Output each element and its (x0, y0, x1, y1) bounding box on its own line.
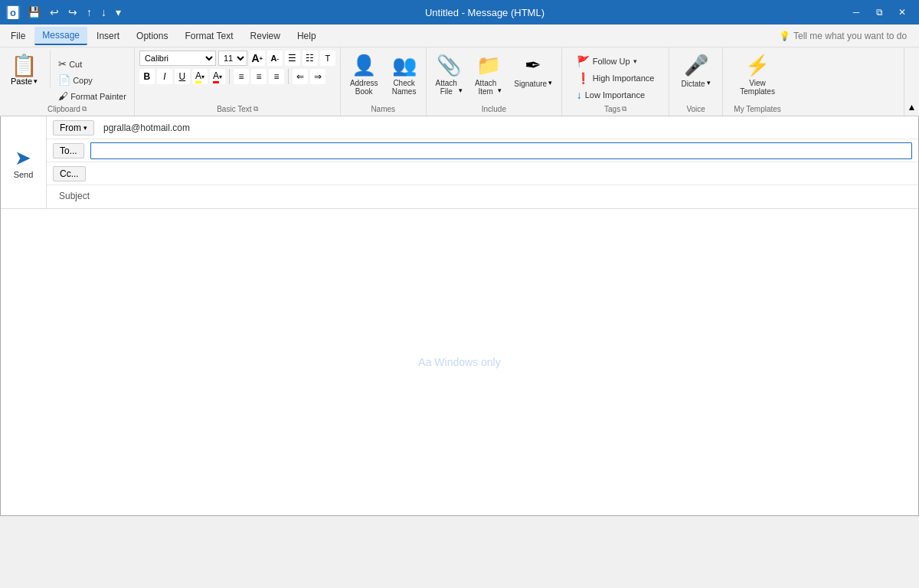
clear-formatting-button[interactable]: T (320, 51, 335, 66)
voice-group: 🎤 Dictate ▾ Voice (669, 47, 723, 116)
include-group-label: Include (431, 103, 558, 116)
highlight-color-button[interactable]: A ▾ (192, 69, 208, 84)
cc-row: Cc... (47, 162, 918, 185)
save-icon[interactable]: 💾 (25, 5, 44, 20)
divider2 (288, 69, 289, 84)
font-color-button[interactable]: A ▾ (210, 69, 225, 84)
follow-up-button[interactable]: 🚩 Follow Up ▾ (572, 54, 642, 69)
my-templates-group: ⚡ ViewTemplates My Templates (723, 47, 792, 116)
signature-button[interactable]: ✒ Signature ▾ (509, 51, 557, 91)
send-column: ➤ Send (1, 116, 47, 208)
search-input[interactable] (793, 31, 916, 41)
compose-header: ➤ Send From ▾ pgralla@hotmail.com (1, 116, 918, 209)
menu-options[interactable]: Options (129, 28, 175, 44)
follow-up-dropdown-icon[interactable]: ▾ (633, 57, 637, 65)
voice-group-label: Voice (674, 103, 718, 116)
attach-item-dropdown-icon[interactable]: ▾ (498, 87, 502, 94)
compose-container: ➤ Send From ▾ pgralla@hotmail.com (0, 116, 919, 516)
send-label: Send (14, 170, 34, 179)
tags-expand-icon[interactable]: ⧉ (622, 105, 626, 113)
menu-format-text[interactable]: Format Text (177, 28, 240, 44)
templates-icon: ⚡ (745, 54, 770, 77)
font-color-dropdown-icon[interactable]: ▾ (219, 74, 222, 80)
font-size-select[interactable]: 11 (218, 51, 247, 66)
subject-label: Subject (47, 189, 96, 203)
redo-icon[interactable]: ↪ (65, 5, 80, 20)
names-group: 👤 AddressBook 👥 CheckNames Names (341, 47, 427, 116)
cc-input[interactable] (92, 167, 918, 181)
basic-text-group: Calibri 11 A+ A- ☰ ☷ T B I U A ▾ (135, 47, 341, 116)
down-arrow-icon[interactable]: ↓ (98, 5, 110, 20)
menu-file[interactable]: File (3, 28, 33, 44)
window-title: Untitled - Message (HTML) (124, 7, 845, 18)
body-watermark: Aa Windows only (418, 356, 500, 368)
attach-file-button[interactable]: 📎 AttachFile ▾ (431, 51, 467, 99)
check-names-button[interactable]: 👥 CheckNames (388, 51, 421, 99)
align-right-button[interactable]: ≡ (269, 69, 284, 84)
compose-fields: From ▾ pgralla@hotmail.com To... (47, 116, 918, 208)
format-painter-button[interactable]: 🖌 Format Painter (55, 89, 129, 103)
align-center-button[interactable]: ≡ (251, 69, 267, 84)
cut-button[interactable]: ✂ Cut (55, 57, 129, 71)
paste-button[interactable]: 📋 Paste ▾ (5, 54, 44, 87)
minimize-button[interactable]: ─ (845, 2, 867, 23)
low-importance-button[interactable]: ↓ Low Importance (572, 87, 649, 103)
ribbon-collapse-button[interactable]: ▲ (904, 47, 919, 116)
cc-button[interactable]: Cc... (53, 166, 86, 181)
restore-button[interactable]: ⧉ (868, 2, 890, 23)
tags-group: 🚩 Follow Up ▾ ❗ High Importance ↓ Low Im… (562, 47, 669, 116)
attach-file-dropdown-icon[interactable]: ▾ (459, 87, 463, 94)
ribbon: 📋 Paste ▾ ✂ Cut 📄 Copy 🖌 (0, 47, 919, 116)
bullet-list-button[interactable]: ☰ (285, 51, 300, 66)
attach-file-icon: 📎 (437, 54, 461, 77)
paste-icon: 📋 (11, 55, 38, 77)
address-book-button[interactable]: 👤 AddressBook (345, 51, 383, 99)
high-importance-button[interactable]: ❗ High Importance (572, 70, 659, 86)
align-left-button[interactable]: ≡ (234, 69, 249, 84)
view-templates-button[interactable]: ⚡ ViewTemplates (735, 51, 780, 99)
grow-font-button[interactable]: A+ (250, 51, 265, 66)
underline-button[interactable]: U (175, 69, 190, 84)
menu-message[interactable]: Message (34, 27, 87, 45)
formatting-row: B I U A ▾ A ▾ ≡ ≡ ≡ ⇐ ⇒ (139, 69, 325, 84)
from-dropdown-icon[interactable]: ▾ (83, 124, 87, 132)
close-button[interactable]: ✕ (891, 2, 913, 23)
menu-insert[interactable]: Insert (89, 28, 127, 44)
send-button[interactable]: ➤ Send (8, 140, 40, 185)
to-button[interactable]: To... (53, 143, 84, 158)
to-row: To... (47, 139, 918, 162)
highlight-dropdown-icon[interactable]: ▾ (201, 74, 204, 80)
subject-input[interactable] (96, 189, 918, 203)
check-names-icon: 👥 (392, 54, 417, 77)
italic-button[interactable]: I (157, 69, 172, 84)
menu-review[interactable]: Review (243, 28, 288, 44)
attach-item-button[interactable]: 📁 AttachItem ▾ (470, 51, 506, 99)
basic-text-expand-icon[interactable]: ⧉ (253, 105, 258, 113)
compose-body[interactable]: Aa Windows only (1, 209, 918, 515)
ribbon-spacer (792, 47, 904, 116)
names-group-label: Names (345, 103, 421, 116)
from-button[interactable]: From ▾ (53, 120, 94, 136)
numbered-list-button[interactable]: ☷ (303, 51, 318, 66)
increase-indent-button[interactable]: ⇒ (310, 69, 325, 84)
title-bar: o 💾 ↩ ↪ ↑ ↓ ▾ Untitled - Message (HTML) … (0, 0, 919, 24)
copy-button[interactable]: 📄 Copy (55, 73, 129, 87)
up-arrow-icon[interactable]: ↑ (83, 5, 95, 20)
dictate-button[interactable]: 🎤 Dictate ▾ (677, 51, 715, 91)
clipboard-expand-icon[interactable]: ⧉ (82, 105, 87, 113)
undo-icon[interactable]: ↩ (47, 5, 62, 20)
dictate-dropdown-icon[interactable]: ▾ (707, 79, 711, 87)
quick-access-toolbar: 💾 ↩ ↪ ↑ ↓ ▾ (25, 5, 124, 20)
subject-row: Subject (47, 185, 918, 207)
shrink-font-button[interactable]: A- (267, 51, 283, 66)
font-family-select[interactable]: Calibri (139, 51, 216, 66)
bold-button[interactable]: B (139, 69, 155, 84)
paste-dropdown-icon[interactable]: ▾ (34, 77, 38, 85)
to-input[interactable] (90, 142, 912, 159)
menu-help[interactable]: Help (289, 28, 324, 44)
signature-dropdown-icon[interactable]: ▾ (548, 79, 552, 87)
title-bar-left: o 💾 ↩ ↪ ↑ ↓ ▾ (6, 5, 124, 20)
customize-qat-icon[interactable]: ▾ (113, 5, 124, 20)
low-importance-icon: ↓ (577, 89, 582, 101)
decrease-indent-button[interactable]: ⇐ (293, 69, 308, 84)
